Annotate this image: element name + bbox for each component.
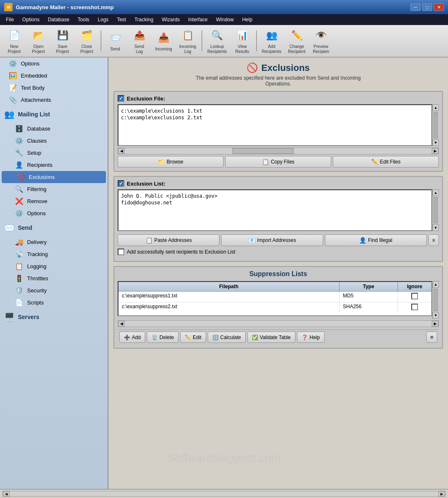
sidebar-item-scripts[interactable]: 📄 Scripts	[0, 297, 108, 309]
sidebar-item-logging[interactable]: 📋 Logging	[0, 260, 108, 272]
scroll-thumb[interactable]	[433, 112, 438, 138]
toolbar-view-results[interactable]: 📊 ViewResults	[231, 26, 254, 56]
toolbar-preview-recipient[interactable]: 👁️ PreviewRecipien	[309, 26, 332, 56]
toolbar-close-project[interactable]: 🗂️ CloseProject	[75, 26, 98, 56]
add-sent-checkbox[interactable]	[118, 249, 124, 255]
toolbar-lookup-recipients[interactable]: 🔍 LookupRecipients	[204, 26, 230, 56]
menu-help[interactable]: Help	[239, 16, 256, 23]
sidebar-item-clauses[interactable]: ⚙️ Clauses	[0, 135, 108, 147]
supp-scroll-down[interactable]: ▼	[433, 312, 439, 319]
toolbar-send-log[interactable]: 📤 SendLog	[128, 26, 151, 56]
toolbar-save-project[interactable]: 💾 SaveProject	[51, 26, 74, 56]
menu-wizards[interactable]: Wizards	[159, 16, 183, 23]
toolbar-new-project[interactable]: 📄 NewProject	[3, 26, 26, 56]
exclusion-list-checkbox[interactable]: ✓	[118, 180, 124, 187]
sidebar-item-options-top[interactable]: ⚙️ Options	[0, 58, 108, 70]
suppress2-checkbox[interactable]	[411, 304, 418, 310]
menu-tools[interactable]: Tools	[74, 16, 93, 23]
menu-window[interactable]: Window	[213, 16, 237, 23]
more-options-bottom[interactable]: ≡	[426, 332, 437, 343]
edit-files-button[interactable]: ✏️ Edit Files	[333, 156, 439, 168]
supp-hscroll-right[interactable]: ▶	[432, 321, 438, 327]
table-header: Filepath Type Ignore	[118, 282, 431, 292]
add-button[interactable]: ➕ Add	[119, 332, 145, 343]
sidebar-item-options-ml[interactable]: ⚙️ Options	[0, 207, 108, 219]
validate-table-button[interactable]: ✅ Validate Table	[247, 332, 295, 343]
status-hscroll[interactable]: ◀ ▶	[3, 491, 445, 497]
sidebar-item-setup[interactable]: 🔧 Setup	[0, 147, 108, 159]
copy-files-button[interactable]: 📋 Copy Files	[225, 156, 331, 168]
list-scroll-down[interactable]: ▼	[433, 224, 439, 231]
sidebar-item-recipients[interactable]: 👤 Recipients	[0, 159, 108, 171]
copy-files-label: Copy Files	[271, 159, 294, 165]
exclusion-file-textarea[interactable]: c:\example\exclusions 1.txt c:\example\e…	[118, 104, 432, 146]
status-hscroll-left[interactable]: ◀	[3, 491, 10, 496]
minimize-button[interactable]: ─	[410, 3, 420, 11]
hscroll-right[interactable]: ▶	[432, 148, 438, 154]
exclusion-file-checkbox[interactable]: ✓	[118, 95, 124, 102]
toolbar-add-recipients[interactable]: 👥 AddRecipients	[259, 26, 284, 56]
attachments-icon: 📎	[8, 96, 18, 104]
menu-interface[interactable]: Interface	[185, 16, 211, 23]
edit-button[interactable]: ✏️ Edit	[180, 332, 206, 343]
exclusion-list-textarea[interactable]: John Q. Public <jpublic@usa.gov> fido@do…	[118, 189, 432, 231]
toolbar-open-project[interactable]: 📂 OpenProject	[27, 26, 50, 56]
paste-addresses-button[interactable]: 📋 Paste Addresses	[118, 234, 219, 246]
menu-file[interactable]: File	[3, 16, 17, 23]
menu-test[interactable]: Test	[113, 16, 129, 23]
suppress1-ignore[interactable]	[398, 292, 431, 302]
sidebar-item-database[interactable]: 🗄️ Database	[0, 123, 108, 135]
exclusion-file-hscroll[interactable]: ◀ ▶	[118, 148, 439, 154]
menu-database[interactable]: Database	[45, 16, 73, 23]
supp-hscroll-left[interactable]: ◀	[118, 321, 125, 327]
maximize-button[interactable]: □	[422, 3, 432, 11]
servers-section[interactable]: 🖥️ Servers	[0, 309, 108, 325]
sidebar-item-attachments[interactable]: 📎 Attachments	[0, 94, 108, 106]
scroll-up[interactable]: ▲	[433, 104, 439, 111]
sidebar-item-exclusions[interactable]: 🚫 Exclusions	[2, 171, 106, 183]
supp-scroll-thumb[interactable]	[433, 289, 438, 311]
import-addresses-button[interactable]: 📧 Import Addresses	[221, 234, 323, 246]
help-button[interactable]: ❓ Help	[297, 332, 325, 343]
sidebar-item-embedded[interactable]: 🖼️ Embedded	[0, 70, 108, 82]
toolbar-incoming-log[interactable]: 📋 IncomingLog	[176, 26, 199, 56]
sidebar-item-filtering[interactable]: 🔍 Filtering	[0, 183, 108, 195]
sidebar-item-text-body[interactable]: 📝 Text Body	[0, 82, 108, 94]
toolbar-incoming[interactable]: 📥 Incoming	[152, 28, 175, 54]
status-scroll[interactable]: ◀ ▶	[3, 491, 445, 497]
status-hscroll-track[interactable]	[10, 491, 438, 496]
suppression-hscroll[interactable]: ◀ ▶	[118, 320, 439, 327]
suppress2-ignore[interactable]	[398, 302, 431, 313]
sidebar-item-remove[interactable]: ❌ Remove	[0, 195, 108, 207]
list-scroll-up[interactable]: ▲	[433, 189, 439, 196]
delete-button[interactable]: 🗑️ Delete	[147, 332, 179, 343]
menu-tracking[interactable]: Tracking	[131, 16, 157, 23]
more-options-button[interactable]: ≡	[428, 234, 439, 246]
supp-hscroll-track[interactable]	[125, 321, 432, 327]
close-button[interactable]: ✕	[434, 3, 444, 11]
exclusion-file-vscroll[interactable]: ▲ ▼	[432, 104, 439, 146]
send-section[interactable]: ✉️ Send	[0, 219, 108, 236]
status-hscroll-right[interactable]: ▶	[438, 491, 445, 496]
sidebar-item-delivery[interactable]: 🚚 Delivery	[0, 236, 108, 248]
exclusion-list-vscroll[interactable]: ▲ ▼	[432, 189, 439, 231]
sidebar-item-attachments-label: Attachments	[21, 97, 51, 103]
browse-button[interactable]: 📁 Browse	[118, 156, 224, 168]
suppress1-checkbox[interactable]	[411, 293, 418, 299]
toolbar-send[interactable]: 📨 Send	[103, 28, 127, 54]
mailing-list-section[interactable]: 👥 Mailing List	[0, 106, 108, 123]
sidebar-item-tracking[interactable]: 📡 Tracking	[0, 248, 108, 260]
menu-options[interactable]: Options	[19, 16, 43, 23]
suppression-vscroll[interactable]: ▲ ▼	[432, 281, 439, 319]
menu-logs[interactable]: Logs	[94, 16, 112, 23]
supp-scroll-up[interactable]: ▲	[433, 281, 439, 288]
calculate-button[interactable]: 🔢 Calculate	[208, 332, 246, 343]
find-illegal-button[interactable]: 👤 Find Illegal	[325, 234, 427, 246]
toolbar-change-recipient[interactable]: ✏️ ChangeRecipient	[285, 26, 308, 56]
list-scroll-thumb[interactable]	[433, 197, 438, 224]
sidebar-item-throttles[interactable]: 🚦 Throttles	[0, 272, 108, 284]
scroll-down[interactable]: ▼	[433, 139, 439, 146]
sidebar-item-security[interactable]: 🛡️ Security	[0, 284, 108, 297]
hscroll-left[interactable]: ◀	[118, 148, 125, 154]
hscroll-track[interactable]	[125, 148, 432, 154]
